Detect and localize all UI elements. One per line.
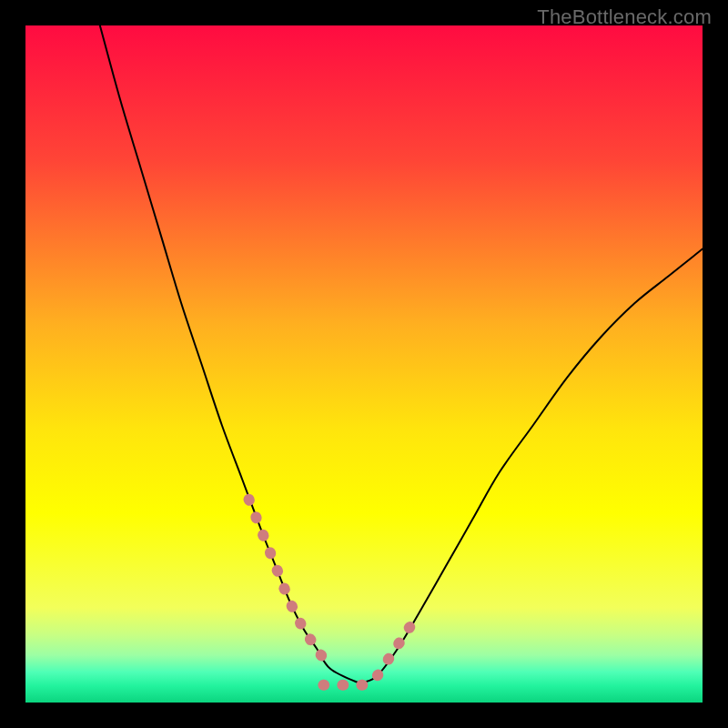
chart-svg — [25, 25, 703, 703]
chart-background-gradient — [25, 25, 703, 703]
chart-plot-area — [25, 25, 703, 703]
chart-container: TheBottleneck.com — [0, 0, 728, 728]
watermark-text: TheBottleneck.com — [537, 5, 712, 29]
